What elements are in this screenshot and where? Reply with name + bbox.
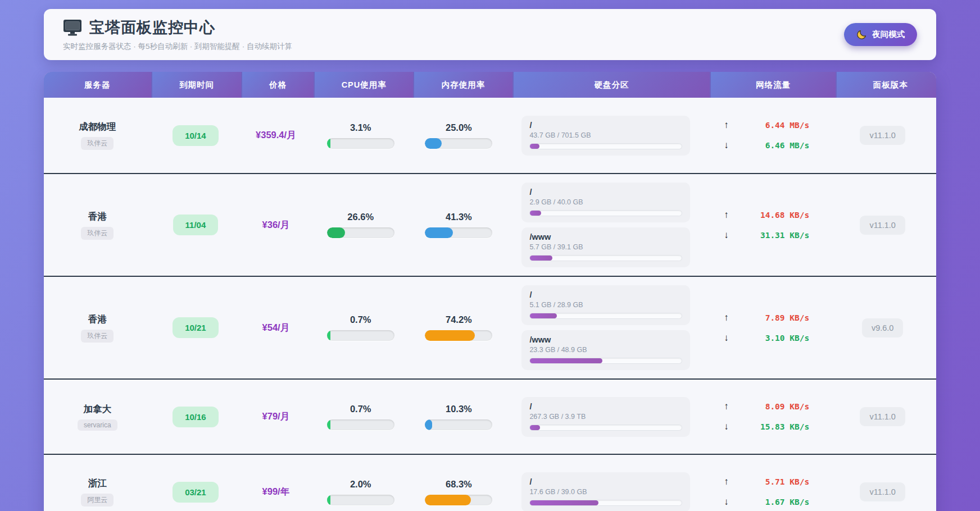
memory-progress-bar [425,330,492,341]
memory-percent: 10.3% [446,404,472,414]
table-row: 香港 玖伴云 11/04 ¥36/月 26.6% 41.3% /2.9 GB /… [44,173,936,276]
version-cell: v11.1.0 [829,216,936,235]
price-text: ¥79/月 [262,410,290,423]
cpu-progress-bar [327,330,394,341]
download-arrow-icon: ↓ [724,140,729,151]
disk-list: /2.9 GB / 40.0 GB/www5.7 GB / 39.1 GB [508,182,704,267]
disk-usage-text: 5.1 GB / 28.9 GB [529,301,682,309]
disk-partition: /267.3 GB / 3.9 TB [521,397,690,437]
cpu-progress-bar [327,495,394,505]
expiry-cell: 10/21 [151,317,241,338]
table-body: 成都物理 玖伴云 10/14 ¥359.4/月 3.1% 25.0% /43.7… [44,98,936,511]
server-cell: 香港 玖伴云 [44,313,151,343]
disk-progress-bar [529,425,682,431]
version-cell: v11.1.0 [829,126,936,145]
header-card: 宝塔面板监控中心 实时监控服务器状态 · 每5秒自动刷新 · 到期智能提醒 · … [44,9,936,60]
upload-arrow-icon: ↑ [724,120,729,131]
disk-partition: /43.7 GB / 701.5 GB [521,116,690,156]
server-name: 成都物理 [79,121,116,133]
download-row: ↓ 31.31 KB/s [724,230,809,241]
upload-arrow-icon: ↑ [724,401,729,412]
disk-progress-bar [529,143,682,149]
cpu-cell: 0.7% [311,314,410,341]
expiry-badge: 10/21 [173,317,219,338]
night-mode-label: 夜间模式 [872,29,905,40]
download-row: ↓ 15.83 KB/s [724,421,809,432]
column-header: 硬盘分区 [514,72,710,98]
column-header: 网络流量 [711,72,836,98]
upload-row: ↑ 8.09 KB/s [724,401,809,412]
version-cell: v11.1.0 [829,482,936,501]
upload-speed: 5.71 KB/s [765,477,810,486]
memory-percent: 74.2% [446,314,472,325]
memory-progress-bar [425,227,492,238]
cpu-progress-fill [327,227,345,238]
download-arrow-icon: ↓ [724,496,729,508]
server-name: 加拿大 [84,403,112,416]
server-name: 香港 [88,313,107,326]
disk-partition: /17.6 GB / 39.0 GB [521,472,690,511]
upload-arrow-icon: ↑ [724,209,729,221]
cpu-progress-bar [327,227,394,238]
memory-progress-bar [425,138,492,149]
upload-row: ↑ 14.68 KB/s [724,209,809,221]
download-row: ↓ 6.46 MB/s [724,140,809,151]
memory-progress-fill [425,330,475,341]
provider-badge: 玖伴云 [81,227,114,240]
disk-mount-point: /www [529,232,682,241]
upload-speed: 7.89 KB/s [765,313,810,322]
cpu-cell: 26.6% [311,212,410,238]
disk-progress-bar [529,313,682,319]
price-cell: ¥359.4/月 [240,129,311,142]
memory-progress-bar [425,495,492,505]
price-text: ¥36/月 [262,219,290,231]
memory-progress-fill [425,419,432,430]
version-badge: v9.6.0 [862,318,904,337]
server-name: 香港 [88,211,107,223]
column-header: 服务器 [44,72,151,98]
page-title: 宝塔面板监控中心 [89,17,215,38]
cpu-progress-fill [327,495,330,505]
server-cell: 加拿大 servarica [44,403,151,431]
disk-progress-fill [530,313,557,318]
version-badge: v11.1.0 [860,482,905,501]
server-table: 服务器到期时间价格CPU使用率内存使用率硬盘分区网络流量面板版本 成都物理 玖伴… [44,72,936,511]
memory-progress-fill [425,495,471,505]
download-row: ↓ 1.67 KB/s [724,496,809,508]
disk-progress-bar [529,255,682,261]
download-speed: 6.46 MB/s [765,141,810,150]
expiry-badge: 10/14 [173,125,219,146]
expiry-cell: 11/04 [151,215,241,235]
column-header: CPU使用率 [315,72,413,98]
table-row: 加拿大 servarica 10/16 ¥79/月 0.7% 10.3% /26… [44,378,936,454]
cpu-percent: 2.0% [350,479,371,490]
cpu-progress-fill [327,330,330,341]
network-cell: ↑ 7.89 KB/s ↓ 3.10 KB/s [704,308,829,348]
disk-progress-fill [530,256,552,261]
monitor-icon [63,19,82,36]
memory-percent: 68.3% [446,479,472,490]
memory-cell: 10.3% [410,404,508,430]
cpu-progress-bar [327,138,394,149]
disk-mount-point: / [529,188,682,197]
cpu-progress-fill [327,419,330,430]
provider-badge: 玖伴云 [81,330,114,343]
upload-arrow-icon: ↑ [724,312,729,323]
disk-progress-fill [530,358,602,363]
disk-progress-fill [530,211,541,216]
memory-percent: 41.3% [446,212,472,222]
table-row: 成都物理 玖伴云 10/14 ¥359.4/月 3.1% 25.0% /43.7… [44,98,936,173]
upload-speed: 14.68 KB/s [760,211,809,220]
download-speed: 3.10 KB/s [765,334,810,343]
disk-mount-point: / [529,402,682,411]
cpu-cell: 0.7% [311,404,410,430]
cpu-progress-fill [327,138,330,149]
upload-row: ↑ 6.44 MB/s [724,120,809,131]
disk-progress-bar [529,358,682,364]
disk-mount-point: / [529,477,682,486]
upload-row: ↑ 7.89 KB/s [724,312,809,323]
night-mode-button[interactable]: 夜间模式 [844,23,917,46]
disk-list: /17.6 GB / 39.0 GB [508,472,704,511]
upload-arrow-icon: ↑ [724,476,729,487]
provider-badge: servarica [78,419,117,431]
